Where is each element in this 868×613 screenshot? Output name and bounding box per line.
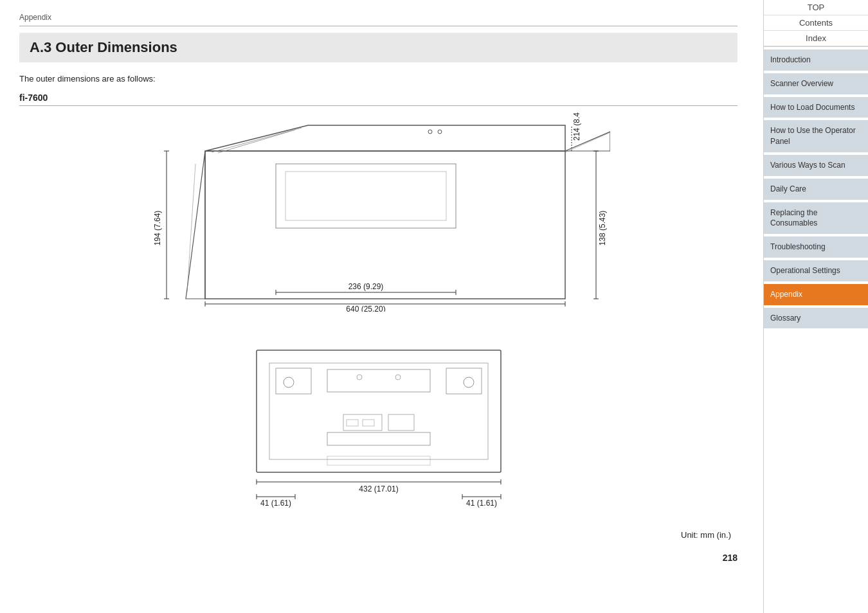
intro-text: The outer dimensions are as follows: [19,74,737,84]
svg-point-36 [395,375,401,380]
sidebar: TOP Contents Index IntroductionScanner O… [764,0,868,613]
sidebar-section-troubleshooting[interactable]: Troubleshooting [764,236,868,258]
dim-left-label: 194 (7.64) [153,211,162,246]
bottom-dim-left-label: 41 (1.61) [260,499,291,508]
front-view-diagram: 432 (17.01) 41 (1.61) 41 (1.61) [218,331,539,511]
svg-point-33 [284,377,294,387]
unit-label: Unit: mm (in.) [19,530,737,540]
svg-line-5 [187,164,195,292]
sidebar-section-various-ways-to-scan[interactable]: Various Ways to Scan [764,155,868,176]
sidebar-section-introduction[interactable]: Introduction [764,49,868,71]
svg-marker-1 [205,125,565,151]
svg-rect-29 [327,369,430,392]
sidebar-section-scanner-overview[interactable]: Scanner Overview [764,73,868,94]
page-number: 218 [19,553,737,563]
sidebar-index-link[interactable]: Index [764,31,868,46]
sidebar-top-link[interactable]: TOP [764,0,868,15]
top-svg-wrapper: 640 (25.20) 236 (9.29) 194 (7.64) 138 (5… [19,112,737,312]
subsection-title: fi-7600 [19,93,737,106]
sidebar-section-appendix[interactable]: Appendix [764,284,868,305]
svg-line-2 [212,128,302,152]
sidebar-section-daily-care[interactable]: Daily Care [764,179,868,200]
svg-rect-26 [269,363,488,459]
bottom-dim-right-label: 41 (1.61) [466,499,496,508]
svg-rect-9 [285,172,446,220]
svg-rect-38 [363,420,374,426]
svg-rect-8 [276,164,456,228]
svg-rect-32 [327,432,430,445]
sidebar-section-operational-settings[interactable]: Operational Settings [764,260,868,281]
dim-right-label: 138 (5.43) [598,211,607,246]
sidebar-section-how-to-use-the-operator-panel[interactable]: How to Use the Operator Panel [764,120,868,152]
top-view-diagram: 640 (25.20) 236 (9.29) 194 (7.64) 138 (5… [147,112,610,312]
sidebar-section-how-to-load-documents[interactable]: How to Load Documents [764,97,868,118]
dim-sub-width-label: 236 (9.29) [348,282,383,291]
sidebar-sections: IntroductionScanner OverviewHow to Load … [764,49,868,328]
svg-point-35 [357,375,362,380]
svg-point-10 [428,130,432,134]
svg-point-11 [438,130,442,134]
bottom-diagram-area: 432 (17.01) 41 (1.61) 41 (1.61) [19,331,737,511]
svg-rect-0 [205,151,565,299]
svg-line-3 [218,130,295,153]
top-diagram-area: 640 (25.20) 236 (9.29) 194 (7.64) 138 (5… [19,112,737,312]
section-title: A.3 Outer Dimensions [19,33,737,62]
bottom-svg-wrapper: 432 (17.01) 41 (1.61) 41 (1.61) [19,331,737,511]
svg-rect-37 [347,420,358,426]
svg-rect-39 [327,456,430,465]
bottom-dim-width-label: 432 (17.01) [359,484,398,493]
sidebar-top-links: TOP Contents Index [764,0,868,47]
svg-rect-31 [388,414,414,431]
main-content: Appendix A.3 Outer Dimensions The outer … [0,0,764,613]
sidebar-contents-link[interactable]: Contents [764,15,868,31]
dim-width-label: 640 (25.20) [346,305,385,312]
svg-point-34 [464,377,474,387]
sidebar-section-glossary[interactable]: Glossary [764,308,868,329]
breadcrumb: Appendix [19,13,737,26]
sidebar-section-replacing-the-consumables[interactable]: Replacing the Consumables [764,202,868,235]
svg-rect-25 [257,350,501,472]
dim-height-label: 214 (8.43) [572,112,581,141]
svg-marker-4 [186,151,205,299]
